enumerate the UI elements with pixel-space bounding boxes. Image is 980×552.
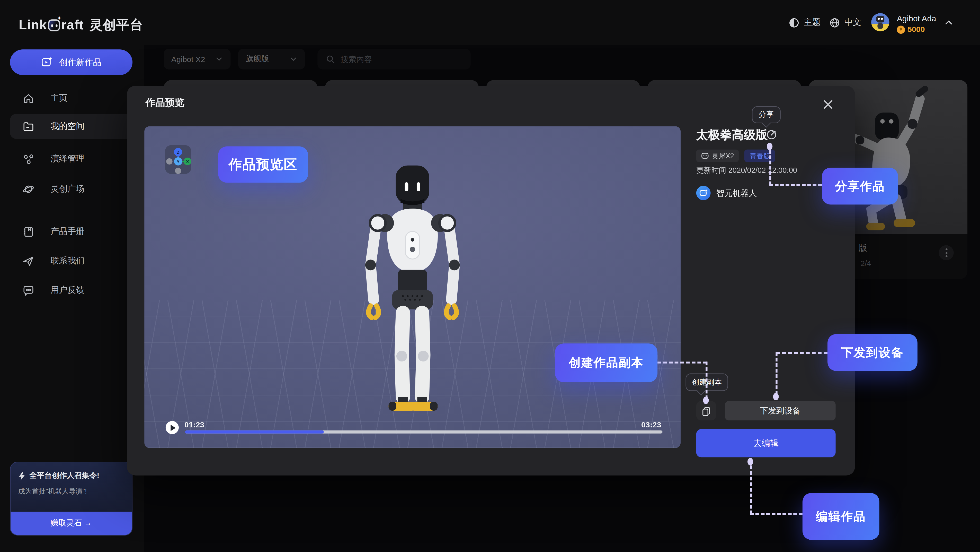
connector-line [706,362,707,399]
author-name: 智元机器人 [716,187,757,199]
logo-text-pre: Link [19,18,47,32]
lightning-icon [18,471,25,480]
create-work-button[interactable]: 创作新作品 [10,49,132,75]
author-row[interactable]: 智元机器人 [696,186,757,200]
sidebar-item-plaza[interactable]: 灵创广场 [10,178,132,200]
play-button[interactable] [165,421,179,434]
avatar-robot-image [875,16,886,29]
model-tag: 灵犀X2 [696,150,739,162]
promo-subtitle: 成为首批"机器人导演"! [18,487,124,496]
connector-line [769,184,822,186]
sidebar: 创作新作品 主页 我的空间 演绎管理 灵创广场 产品手册 联系我们 用户反 [0,45,144,552]
topbar: Link raft 灵创平台 主题 中文 Agibot Ada 5000 [0,0,980,45]
credit-balance: 5000 [897,25,925,34]
svg-text:Y: Y [177,160,180,164]
theme-icon [789,17,799,28]
connector-line [775,352,777,395]
callout-edit-work: 编辑作品 [802,493,880,540]
chat-bubble-icon [22,284,34,296]
callout-share-work: 分享作品 [822,168,898,204]
author-avatar [696,186,711,200]
folder-icon [22,121,34,132]
sidebar-item-label: 灵创广场 [51,183,84,195]
connector-dot [748,458,753,466]
sidebar-item-manual[interactable]: 产品手册 [10,220,132,242]
language-label: 中文 [845,17,861,28]
planet-icon [22,183,34,195]
edit-button[interactable]: 去编辑 [696,429,836,457]
connector-line [750,466,752,514]
work-preview-modal: 作品预览 Z Y X [127,86,855,475]
connector-line [750,513,802,515]
chevron-up-icon[interactable] [944,18,954,27]
robot-3d-model [340,160,484,416]
progress-fill [185,431,323,434]
connector-dot [703,397,709,404]
globe-icon [829,17,840,28]
connector-dot [767,143,772,150]
callout-create-copy: 创建作品副本 [555,343,657,382]
credit-amount: 5000 [907,25,925,34]
sidebar-item-contact[interactable]: 联系我们 [10,249,132,272]
updated-time: 更新时间 2020/02/02 12:00:00 [696,165,797,175]
share-nodes-icon [22,153,34,165]
robot-face-icon [701,152,709,160]
user-name: Agibot Ada [897,14,936,23]
connector-line [776,352,827,354]
total-time: 03:23 [641,420,661,429]
deploy-button[interactable]: 下发到设备 [725,401,836,420]
app-logo[interactable]: Link raft 灵创平台 [19,16,143,34]
home-icon [22,92,34,104]
robot-face-icon [699,189,708,197]
share-icon[interactable] [766,129,778,141]
work-title: 太极拳高级版 [696,127,768,143]
sidebar-item-home[interactable]: 主页 [10,87,132,109]
connector-dot [773,393,779,400]
app-window: Agibot X2 旗舰版 [0,0,980,552]
language-switcher[interactable]: 中文 [829,0,861,45]
earn-credits-button[interactable]: 赚取灵石 → [11,512,132,535]
promo-title: 全平台创作人召集令! [29,471,99,481]
sidebar-item-performance[interactable]: 演绎管理 [10,148,132,170]
video-plus-icon [41,56,53,68]
logo-suffix: 灵创平台 [89,16,143,34]
logo-text-post: raft [62,18,84,32]
sidebar-item-my-space[interactable]: 我的空间 [10,114,132,139]
paper-plane-icon [22,255,34,267]
copy-icon [701,406,711,416]
sidebar-item-label: 主页 [51,93,68,104]
close-icon[interactable] [822,98,834,111]
sidebar-item-label: 演绎管理 [51,153,84,164]
create-work-label: 创作新作品 [59,57,101,68]
axis-gizmo[interactable]: Z Y X [165,145,191,174]
sidebar-item-feedback[interactable]: 用户反馈 [10,279,132,302]
book-icon [22,225,34,238]
connector-line [769,150,771,185]
sidebar-item-label: 用户反馈 [51,285,84,296]
callout-deploy-device: 下发到设备 [827,334,918,371]
sidebar-item-label: 我的空间 [51,121,84,132]
model-tag-label: 灵犀X2 [712,151,734,160]
modal-title: 作品预览 [146,96,185,109]
sidebar-item-label: 联系我们 [51,255,84,266]
work-tags: 灵犀X2 青春版 [696,150,775,162]
svg-text:Z: Z [177,150,179,155]
share-tooltip: 分享 [752,106,781,123]
theme-label: 主题 [804,17,821,28]
coin-icon [897,25,905,34]
callout-preview-area: 作品预览区 [218,147,308,183]
sidebar-item-label: 产品手册 [51,226,84,237]
svg-text:X: X [186,160,189,164]
user-avatar[interactable] [871,13,889,31]
connector-line [657,362,707,363]
current-time: 01:23 [185,420,205,429]
theme-toggle[interactable]: 主题 [789,0,821,45]
progress-bar[interactable] [185,431,662,434]
robot-face-logo-icon [48,19,60,31]
promo-card: 全平台创作人召集令! 成为首批"机器人导演"! 赚取灵石 → [10,462,132,536]
